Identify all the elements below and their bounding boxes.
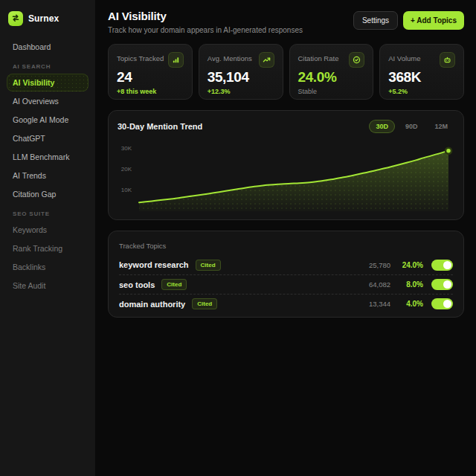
topic-row: seo tools Cited 64,082 8.0%: [119, 274, 453, 294]
topic-name: seo tools: [119, 280, 155, 289]
topic-mentions: 25,780: [369, 261, 390, 269]
settings-button[interactable]: Settings: [353, 11, 398, 30]
sidebar-item-ai-overviews[interactable]: AI Overviews: [7, 92, 89, 110]
sidebar-section-seo-suite: SEO SUITE: [7, 204, 89, 221]
chart-title: 30-Day Mention Trend: [118, 122, 202, 131]
topic-toggle[interactable]: [431, 298, 453, 309]
stats-grid: Topics Tracked 24 +8 this week Avg. Ment…: [108, 44, 464, 100]
stat-value: 35,104: [208, 69, 274, 86]
range-12m-button[interactable]: 12M: [428, 120, 454, 133]
trend-y-axis: 10K20K30K: [118, 140, 138, 211]
stat-label: AI Volume: [388, 52, 420, 62]
topic-toggle[interactable]: [431, 260, 453, 271]
stat-card-ai-volume: AI Volume 368K +5.2%: [379, 44, 464, 100]
trend-plot: [138, 140, 454, 211]
y-axis-tick: 30K: [121, 145, 132, 152]
topic-name: keyword research: [119, 260, 189, 269]
topic-name: domain authority: [119, 300, 185, 309]
stat-card-avg-mentions: Avg. Mentions 35,104 +12.3%: [199, 44, 283, 100]
trend-chart: 10K20K30K: [118, 140, 454, 211]
topic-mentions: 13,344: [369, 300, 390, 308]
check-circle-icon: [349, 52, 364, 68]
topic-toggle[interactable]: [431, 279, 453, 290]
stat-value: 368K: [388, 69, 455, 86]
add-topics-button[interactable]: + Add Topics: [403, 11, 464, 30]
sidebar-section-ai-search: AI SEARCH: [7, 57, 89, 74]
stat-label: Citation Rate: [298, 52, 339, 62]
sidebar-item-backlinks[interactable]: Backlinks: [7, 258, 89, 276]
stat-delta: +8 this week: [117, 88, 184, 95]
topic-row: keyword research Cited 25,780 24.0%: [119, 255, 453, 274]
y-axis-tick: 10K: [121, 187, 132, 193]
header-actions: Settings + Add Topics: [353, 11, 464, 30]
y-axis-tick: 20K: [121, 166, 132, 173]
topic-mentions: 64,082: [369, 280, 390, 289]
topic-rate: 24.0%: [398, 261, 423, 269]
bar-chart-icon: [168, 52, 184, 68]
app-root: Surnex Dashboard AI SEARCH AI Visibility…: [0, 0, 476, 476]
trend-line-svg: [138, 140, 454, 211]
tracked-topics-title: Tracked Topics: [119, 236, 453, 255]
page-title: AI Visibility: [108, 10, 303, 22]
sidebar-item-ai-visibility[interactable]: AI Visibility: [7, 74, 89, 91]
mention-trend-card: 30-Day Mention Trend 30D 90D 12M 10K20K3…: [108, 110, 464, 220]
stat-value: 24: [117, 69, 184, 86]
sidebar-item-google-ai-mode[interactable]: Google AI Mode: [7, 111, 89, 129]
brand-logo: [8, 11, 23, 26]
cited-badge: Cited: [161, 279, 187, 290]
sidebar-item-chatgpt[interactable]: ChatGPT: [7, 129, 89, 147]
stat-delta: +12.3%: [208, 88, 274, 95]
main-content: AI Visibility Track how your domain appe…: [95, 0, 476, 476]
topic-rate: 4.0%: [398, 300, 423, 308]
range-90d-button[interactable]: 90D: [399, 120, 425, 133]
sidebar-item-keywords[interactable]: Keywords: [7, 221, 89, 239]
topic-row: domain authority Cited 13,344 4.0%: [119, 294, 453, 313]
sidebar-item-site-audit[interactable]: Site Audit: [7, 277, 89, 295]
stat-delta: +5.2%: [388, 88, 455, 95]
sidebar-item-ai-trends[interactable]: AI Trends: [7, 167, 89, 184]
swap-arrows-icon: [11, 12, 20, 25]
stat-value: 24.0%: [298, 69, 365, 86]
sidebar-item-citation-gap[interactable]: Citation Gap: [7, 185, 89, 203]
topic-rate: 8.0%: [398, 280, 423, 289]
brand-row: Surnex: [7, 10, 89, 38]
page-header: AI Visibility Track how your domain appe…: [108, 10, 464, 34]
stat-delta: Stable: [298, 88, 365, 95]
range-selector: 30D 90D 12M: [369, 120, 454, 133]
bot-icon: [440, 52, 455, 68]
sidebar-item-rank-tracking[interactable]: Rank Tracking: [7, 239, 89, 257]
trending-up-icon: [259, 52, 274, 68]
brand-name: Surnex: [28, 13, 59, 24]
range-30d-button[interactable]: 30D: [369, 120, 395, 133]
sidebar-item-llm-benchmark[interactable]: LLM Benchmark: [7, 148, 89, 166]
stat-card-topics-tracked: Topics Tracked 24 +8 this week: [108, 44, 193, 100]
sidebar-item-dashboard[interactable]: Dashboard: [7, 38, 89, 56]
stat-label: Avg. Mentions: [208, 52, 252, 62]
cited-badge: Cited: [192, 298, 217, 309]
page-subtitle: Track how your domain appears in AI-gene…: [108, 26, 303, 34]
stat-label: Topics Tracked: [117, 52, 164, 62]
stat-card-citation-rate: Citation Rate 24.0% Stable: [289, 44, 374, 100]
cited-badge: Cited: [196, 260, 221, 271]
tracked-topics-card: Tracked Topics keyword research Cited 25…: [108, 231, 464, 318]
sidebar-nav: Dashboard AI SEARCH AI Visibility AI Ove…: [7, 38, 89, 295]
sidebar: Surnex Dashboard AI SEARCH AI Visibility…: [0, 0, 95, 476]
